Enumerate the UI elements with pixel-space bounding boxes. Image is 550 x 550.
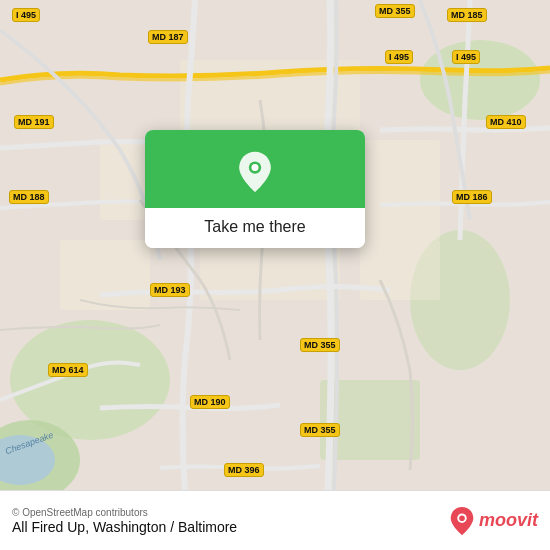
popup-header xyxy=(145,130,365,208)
road-badge-md188: MD 188 xyxy=(9,190,49,204)
moovit-pin-icon xyxy=(449,506,475,536)
road-badge-md193: MD 193 xyxy=(150,283,190,297)
popup-tail xyxy=(243,247,267,248)
location-name: All Fired Up, xyxy=(12,519,89,535)
take-me-there-button[interactable]: Take me there xyxy=(204,218,305,236)
svg-point-16 xyxy=(459,515,465,521)
svg-point-14 xyxy=(251,164,258,171)
road-badge-i495-tr1: I 495 xyxy=(385,50,413,64)
map: I 495 MD 355 MD 185 MD 187 I 495 I 495 M… xyxy=(0,0,550,490)
road-badge-md410: MD 410 xyxy=(486,115,526,129)
road-badge-md396: MD 396 xyxy=(224,463,264,477)
road-badge-md355-tr: MD 355 xyxy=(375,4,415,18)
svg-rect-11 xyxy=(60,240,150,310)
location-title: All Fired Up, Washington / Baltimore xyxy=(12,519,237,535)
moovit-brand-name: moovit xyxy=(479,510,538,531)
location-popup: Take me there xyxy=(145,130,365,248)
road-badge-i495-tl: I 495 xyxy=(12,8,40,22)
copyright-text: © OpenStreetMap contributors xyxy=(12,507,237,518)
road-badge-i495-tr2: I 495 xyxy=(452,50,480,64)
road-badge-md190: MD 190 xyxy=(190,395,230,409)
road-badge-md355-bot: MD 355 xyxy=(300,423,340,437)
road-badge-md614: MD 614 xyxy=(48,363,88,377)
location-region: Washington / Baltimore xyxy=(93,519,237,535)
svg-rect-12 xyxy=(360,240,440,300)
road-badge-md185: MD 185 xyxy=(447,8,487,22)
road-badge-md187-top: MD 187 xyxy=(148,30,188,44)
location-pin-icon xyxy=(233,150,277,194)
moovit-logo: moovit xyxy=(449,506,538,536)
road-badge-md186: MD 186 xyxy=(452,190,492,204)
popup-body[interactable]: Take me there xyxy=(145,208,365,248)
bottom-left-info: © OpenStreetMap contributors All Fired U… xyxy=(12,507,237,535)
road-badge-md355-mid: MD 355 xyxy=(300,338,340,352)
road-badge-md191: MD 191 xyxy=(14,115,54,129)
bottom-bar: © OpenStreetMap contributors All Fired U… xyxy=(0,490,550,550)
